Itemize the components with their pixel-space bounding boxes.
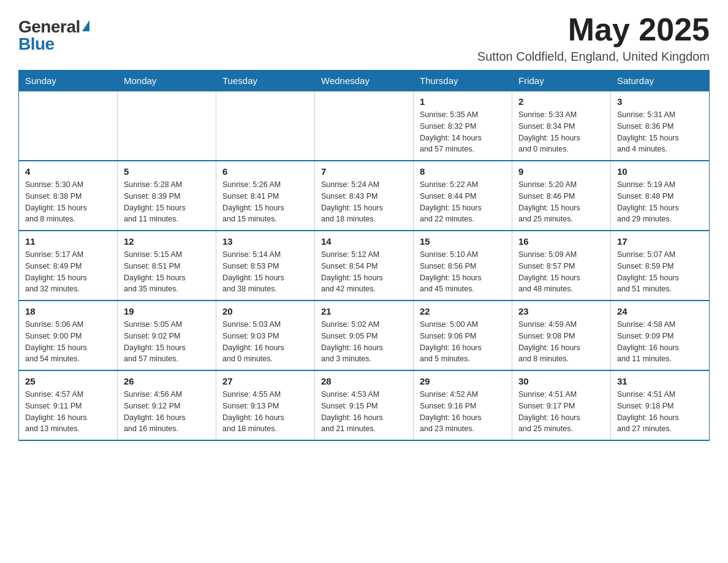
- day-number: 4: [25, 166, 111, 177]
- calendar-day-cell: [118, 91, 216, 161]
- day-number: 21: [321, 306, 407, 316]
- day-info: Sunrise: 5:19 AM Sunset: 8:48 PM Dayligh…: [617, 179, 703, 225]
- calendar-week-row: 11Sunrise: 5:17 AM Sunset: 8:49 PM Dayli…: [19, 231, 710, 301]
- calendar-day-cell: 19Sunrise: 5:05 AM Sunset: 9:02 PM Dayli…: [118, 301, 216, 370]
- day-number: 8: [420, 166, 506, 177]
- month-title: May 2025: [477, 12, 710, 47]
- day-number: 19: [124, 306, 210, 316]
- day-number: 12: [124, 236, 210, 247]
- calendar-day-cell: 4Sunrise: 5:30 AM Sunset: 8:38 PM Daylig…: [19, 161, 118, 231]
- day-info: Sunrise: 5:02 AM Sunset: 9:05 PM Dayligh…: [321, 319, 407, 365]
- calendar-day-cell: 31Sunrise: 4:51 AM Sunset: 9:18 PM Dayli…: [611, 370, 710, 440]
- day-number: 28: [321, 376, 407, 386]
- day-info: Sunrise: 5:05 AM Sunset: 9:02 PM Dayligh…: [124, 319, 210, 365]
- day-info: Sunrise: 5:14 AM Sunset: 8:53 PM Dayligh…: [222, 249, 308, 295]
- day-number: 22: [420, 306, 506, 316]
- day-info: Sunrise: 4:56 AM Sunset: 9:12 PM Dayligh…: [124, 389, 210, 435]
- day-number: 27: [222, 376, 308, 386]
- day-info: Sunrise: 4:52 AM Sunset: 9:16 PM Dayligh…: [420, 389, 506, 435]
- day-number: 25: [25, 376, 111, 386]
- calendar-day-cell: 13Sunrise: 5:14 AM Sunset: 8:53 PM Dayli…: [216, 231, 315, 301]
- day-info: Sunrise: 5:31 AM Sunset: 8:36 PM Dayligh…: [617, 109, 703, 155]
- calendar-day-cell: 11Sunrise: 5:17 AM Sunset: 8:49 PM Dayli…: [19, 231, 118, 301]
- day-info: Sunrise: 5:06 AM Sunset: 9:00 PM Dayligh…: [25, 319, 111, 365]
- calendar-day-cell: 29Sunrise: 4:52 AM Sunset: 9:16 PM Dayli…: [414, 370, 512, 440]
- day-info: Sunrise: 5:10 AM Sunset: 8:56 PM Dayligh…: [420, 249, 506, 295]
- day-number: 10: [617, 166, 703, 177]
- logo-line2: Blue: [18, 34, 55, 54]
- calendar-day-cell: 22Sunrise: 5:00 AM Sunset: 9:06 PM Dayli…: [414, 301, 512, 370]
- calendar-day-cell: 26Sunrise: 4:56 AM Sunset: 9:12 PM Dayli…: [118, 370, 216, 440]
- weekday-header-thursday: Thursday: [414, 71, 512, 91]
- calendar-day-cell: [19, 91, 118, 161]
- day-info: Sunrise: 4:55 AM Sunset: 9:13 PM Dayligh…: [222, 389, 308, 435]
- calendar-week-row: 1Sunrise: 5:35 AM Sunset: 8:32 PM Daylig…: [19, 91, 710, 161]
- day-number: 29: [420, 376, 506, 386]
- weekday-header-row: SundayMondayTuesdayWednesdayThursdayFrid…: [19, 71, 710, 91]
- calendar-day-cell: 30Sunrise: 4:51 AM Sunset: 9:17 PM Dayli…: [512, 370, 611, 440]
- calendar-day-cell: 16Sunrise: 5:09 AM Sunset: 8:57 PM Dayli…: [512, 231, 611, 301]
- day-info: Sunrise: 5:09 AM Sunset: 8:57 PM Dayligh…: [518, 249, 604, 295]
- day-info: Sunrise: 5:28 AM Sunset: 8:39 PM Dayligh…: [124, 179, 210, 225]
- day-number: 14: [321, 236, 407, 247]
- day-number: 5: [124, 166, 210, 177]
- day-number: 7: [321, 166, 407, 177]
- calendar-day-cell: [216, 91, 315, 161]
- day-info: Sunrise: 5:22 AM Sunset: 8:44 PM Dayligh…: [420, 179, 506, 225]
- day-info: Sunrise: 5:24 AM Sunset: 8:43 PM Dayligh…: [321, 179, 407, 225]
- day-info: Sunrise: 5:17 AM Sunset: 8:49 PM Dayligh…: [25, 249, 111, 295]
- day-number: 15: [420, 236, 506, 247]
- calendar-day-cell: 14Sunrise: 5:12 AM Sunset: 8:54 PM Dayli…: [315, 231, 414, 301]
- day-info: Sunrise: 4:59 AM Sunset: 9:08 PM Dayligh…: [518, 319, 604, 365]
- day-number: 11: [25, 236, 111, 247]
- day-number: 18: [25, 306, 111, 316]
- calendar-week-row: 18Sunrise: 5:06 AM Sunset: 9:00 PM Dayli…: [19, 301, 710, 370]
- calendar-day-cell: 10Sunrise: 5:19 AM Sunset: 8:48 PM Dayli…: [611, 161, 710, 231]
- weekday-header-saturday: Saturday: [611, 71, 710, 91]
- calendar-week-row: 25Sunrise: 4:57 AM Sunset: 9:11 PM Dayli…: [19, 370, 710, 440]
- calendar-day-cell: 28Sunrise: 4:53 AM Sunset: 9:15 PM Dayli…: [315, 370, 414, 440]
- logo-triangle-icon: [82, 20, 89, 31]
- day-number: 13: [222, 236, 308, 247]
- day-info: Sunrise: 5:35 AM Sunset: 8:32 PM Dayligh…: [420, 109, 506, 155]
- calendar-day-cell: 21Sunrise: 5:02 AM Sunset: 9:05 PM Dayli…: [315, 301, 414, 370]
- day-info: Sunrise: 4:53 AM Sunset: 9:15 PM Dayligh…: [321, 389, 407, 435]
- calendar-day-cell: 3Sunrise: 5:31 AM Sunset: 8:36 PM Daylig…: [611, 91, 710, 161]
- weekday-header-monday: Monday: [118, 71, 216, 91]
- day-number: 16: [518, 236, 604, 247]
- day-info: Sunrise: 5:07 AM Sunset: 8:59 PM Dayligh…: [617, 249, 703, 295]
- calendar-day-cell: 27Sunrise: 4:55 AM Sunset: 9:13 PM Dayli…: [216, 370, 315, 440]
- day-info: Sunrise: 4:51 AM Sunset: 9:18 PM Dayligh…: [617, 389, 703, 435]
- day-number: 2: [518, 96, 604, 107]
- calendar-day-cell: 2Sunrise: 5:33 AM Sunset: 8:34 PM Daylig…: [512, 91, 611, 161]
- calendar-day-cell: 8Sunrise: 5:22 AM Sunset: 8:44 PM Daylig…: [414, 161, 512, 231]
- calendar-day-cell: 6Sunrise: 5:26 AM Sunset: 8:41 PM Daylig…: [216, 161, 315, 231]
- day-number: 17: [617, 236, 703, 247]
- day-number: 26: [124, 376, 210, 386]
- day-number: 1: [420, 96, 506, 107]
- logo: General Blue: [18, 12, 89, 54]
- calendar-day-cell: 9Sunrise: 5:20 AM Sunset: 8:46 PM Daylig…: [512, 161, 611, 231]
- day-info: Sunrise: 4:58 AM Sunset: 9:09 PM Dayligh…: [617, 319, 703, 365]
- calendar-day-cell: 15Sunrise: 5:10 AM Sunset: 8:56 PM Dayli…: [414, 231, 512, 301]
- day-number: 24: [617, 306, 703, 316]
- day-info: Sunrise: 5:30 AM Sunset: 8:38 PM Dayligh…: [25, 179, 111, 225]
- day-number: 9: [518, 166, 604, 177]
- calendar-day-cell: 23Sunrise: 4:59 AM Sunset: 9:08 PM Dayli…: [512, 301, 611, 370]
- logo-blue-text: Blue: [18, 34, 55, 53]
- day-number: 30: [518, 376, 604, 386]
- day-info: Sunrise: 5:00 AM Sunset: 9:06 PM Dayligh…: [420, 319, 506, 365]
- day-number: 6: [222, 166, 308, 177]
- calendar-week-row: 4Sunrise: 5:30 AM Sunset: 8:38 PM Daylig…: [19, 161, 710, 231]
- day-info: Sunrise: 5:12 AM Sunset: 8:54 PM Dayligh…: [321, 249, 407, 295]
- calendar-day-cell: 12Sunrise: 5:15 AM Sunset: 8:51 PM Dayli…: [118, 231, 216, 301]
- calendar-day-cell: 1Sunrise: 5:35 AM Sunset: 8:32 PM Daylig…: [414, 91, 512, 161]
- calendar-day-cell: 18Sunrise: 5:06 AM Sunset: 9:00 PM Dayli…: [19, 301, 118, 370]
- day-number: 20: [222, 306, 308, 316]
- day-number: 23: [518, 306, 604, 316]
- day-number: 31: [617, 376, 703, 386]
- day-number: 3: [617, 96, 703, 107]
- calendar-day-cell: 7Sunrise: 5:24 AM Sunset: 8:43 PM Daylig…: [315, 161, 414, 231]
- calendar-table: SundayMondayTuesdayWednesdayThursdayFrid…: [18, 70, 710, 441]
- title-area: May 2025 Sutton Coldfield, England, Unit…: [477, 12, 710, 64]
